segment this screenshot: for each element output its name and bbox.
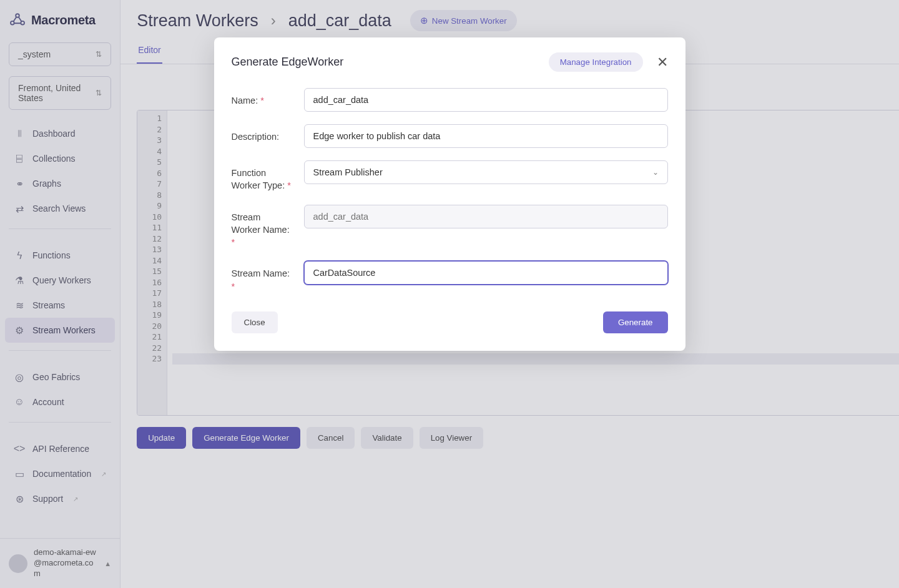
modal-footer: Close Generate bbox=[232, 311, 668, 333]
label-stream-name: Stream Name: * bbox=[232, 261, 292, 293]
form-row-fw-type: Function Worker Type: * Stream Publisher… bbox=[232, 160, 668, 192]
manage-integration-button[interactable]: Manage Integration bbox=[549, 52, 643, 72]
modal-header: Generate EdgeWorker Manage Integration ✕ bbox=[232, 52, 668, 72]
form-row-name: Name: * bbox=[232, 88, 668, 112]
label-fw-type: Function Worker Type: * bbox=[232, 160, 292, 192]
modal-overlay: Generate EdgeWorker Manage Integration ✕… bbox=[0, 0, 899, 588]
label-description: Description: bbox=[232, 124, 292, 143]
close-icon[interactable]: ✕ bbox=[657, 56, 668, 69]
chevron-down-icon: ⌄ bbox=[652, 168, 659, 177]
form-row-sw-name: Stream Worker Name: * bbox=[232, 205, 668, 249]
form-row-stream-name: Stream Name: * bbox=[232, 261, 668, 293]
label-name: Name: * bbox=[232, 88, 292, 107]
generate-edgeworker-modal: Generate EdgeWorker Manage Integration ✕… bbox=[214, 37, 685, 351]
modal-close-button[interactable]: Close bbox=[232, 311, 278, 333]
generate-button[interactable]: Generate bbox=[603, 311, 668, 333]
form-row-description: Description: bbox=[232, 124, 668, 148]
function-worker-type-select[interactable]: Stream Publisher ⌄ bbox=[304, 160, 668, 184]
stream-name-input[interactable] bbox=[304, 261, 668, 285]
name-input[interactable] bbox=[304, 88, 668, 112]
modal-title: Generate EdgeWorker bbox=[232, 56, 344, 69]
label-sw-name: Stream Worker Name: * bbox=[232, 205, 292, 249]
description-input[interactable] bbox=[304, 124, 668, 148]
stream-worker-name-input bbox=[304, 205, 668, 228]
